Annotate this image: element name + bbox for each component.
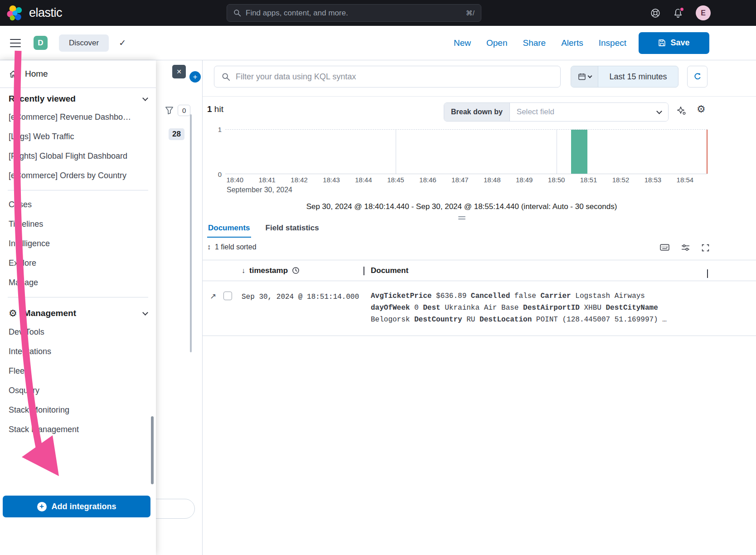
divider [8, 190, 148, 190]
nav-item[interactable]: Explore [0, 253, 156, 273]
recently-viewed-section-header[interactable]: Recently viewed [0, 88, 156, 107]
notifications-bell-icon[interactable] [673, 8, 683, 18]
grid-toolbar: ↕ 1 field sorted [207, 243, 756, 257]
tab-field-statistics[interactable]: Field statistics [265, 221, 320, 238]
tab-documents[interactable]: Documents [207, 221, 251, 238]
chart-plot-area[interactable] [225, 129, 708, 174]
row-controls: ↗ [207, 290, 242, 326]
recently-viewed-item[interactable]: [Logs] Web Traffic [0, 127, 156, 146]
field-panel-scrollbar[interactable] [190, 114, 192, 352]
field-name: DestCityName [606, 304, 658, 312]
management-section-header[interactable]: ⚙ Management [0, 302, 156, 322]
x-axis-tick: 18:46 [419, 176, 436, 184]
plus-icon: + [193, 73, 198, 82]
save-button[interactable]: Save [639, 32, 709, 54]
current-time-marker [707, 130, 708, 174]
chevron-down-icon [587, 74, 592, 78]
management-nav-item[interactable]: Stack Monitoring [0, 400, 156, 420]
display-options-icon[interactable] [681, 244, 690, 252]
chart-resize-handle[interactable] [207, 216, 716, 219]
timestamp-column-header[interactable]: ↓ timestamp [242, 266, 371, 275]
management-nav-item[interactable]: Fleet [0, 361, 156, 381]
saved-query-check-icon[interactable]: ✓ [119, 38, 126, 48]
management-nav-item[interactable]: Dev Tools [0, 322, 156, 342]
chart-suggestions-icon[interactable] [677, 106, 686, 115]
toolbar-action-link[interactable]: Alerts [561, 38, 583, 48]
management-nav-item[interactable]: Osquery [0, 381, 156, 400]
document-column-menu-icon[interactable] [707, 269, 708, 278]
field-name: Carrier [540, 292, 571, 300]
nav-scrollbar[interactable] [151, 416, 154, 484]
app-toolbar: D Discover ✓ NewOpenShareAlertsInspect S… [0, 26, 756, 60]
recently-viewed-item[interactable]: [eCommerce] Revenue Dashbo… [0, 107, 156, 127]
clock-icon [292, 267, 300, 274]
nav-item[interactable]: Intelligence [0, 234, 156, 253]
document-row: ↗ Sep 30, 2024 @ 18:51:14.000 AvgTicketP… [203, 281, 756, 336]
toolbar-action-link[interactable]: Inspect [599, 38, 626, 48]
x-axis-tick: 18:42 [291, 176, 308, 184]
quick-select-date-button[interactable] [571, 66, 598, 87]
breakdown-field-select[interactable]: Select field [510, 103, 668, 121]
histogram-bar[interactable] [571, 130, 587, 174]
grid-toolbar-icons [660, 244, 709, 252]
add-integrations-button[interactable]: + Add integrations [3, 496, 150, 517]
menu-hamburger-icon[interactable] [10, 39, 21, 47]
user-avatar[interactable]: E [696, 5, 711, 20]
kql-query-input[interactable]: Filter your data using KQL syntax [214, 66, 561, 88]
global-search-placeholder: Find apps, content, and more. [246, 9, 461, 18]
timestamp-column-menu-icon[interactable] [363, 267, 364, 275]
field-name: DestAirportID [523, 304, 580, 312]
toolbar-action-link[interactable]: New [454, 38, 471, 48]
management-title: Management [24, 308, 76, 318]
chart-settings-gear-icon[interactable]: ⚙ [697, 103, 706, 115]
row-document-cell[interactable]: AvgTicketPrice $636.89 Cancelled false C… [371, 290, 683, 326]
refresh-button[interactable] [687, 66, 708, 88]
row-timestamp-cell[interactable]: Sep 30, 2024 @ 18:51:14.000 [242, 290, 371, 326]
elastic-home-link[interactable]: elastic [6, 5, 62, 22]
add-integrations-label: Add integrations [52, 502, 116, 511]
time-range-value[interactable]: Last 15 minutes [598, 66, 678, 87]
global-search-input[interactable]: Find apps, content, and more. ⌘/ [227, 4, 481, 22]
toolbar-action-link[interactable]: Open [486, 38, 507, 48]
space-badge[interactable]: D [34, 36, 48, 50]
help-icon[interactable] [650, 8, 660, 18]
search-shortcut-hint: ⌘/ [466, 9, 475, 17]
recently-viewed-list: [eCommerce] Revenue Dashbo…[Logs] Web Tr… [0, 107, 156, 185]
search-icon [222, 73, 230, 81]
nav-item-home[interactable]: Home [0, 60, 156, 88]
keyboard-shortcuts-icon[interactable] [660, 244, 669, 252]
save-disk-icon [658, 39, 666, 47]
nav-item[interactable]: Manage [0, 273, 156, 292]
field-name: Cancelled [471, 292, 510, 300]
breakdown-placeholder: Select field [517, 107, 554, 117]
management-nav-item[interactable]: Stack Management [0, 420, 156, 439]
x-axis-tick: 18:48 [484, 176, 501, 184]
query-bar-divider [203, 96, 756, 97]
fullscreen-icon[interactable] [702, 244, 709, 252]
chevron-down-icon [142, 95, 148, 101]
expand-document-icon[interactable]: ↗ [210, 292, 216, 301]
add-field-button[interactable]: + [189, 71, 201, 83]
calendar-icon [578, 73, 586, 81]
breadcrumb-discover[interactable]: Discover [59, 34, 109, 52]
toolbar-action-link[interactable]: Share [523, 38, 546, 48]
row-checkbox[interactable] [223, 292, 232, 300]
nav-item[interactable]: Timelines [0, 214, 156, 234]
nav-item[interactable]: Cases [0, 195, 156, 214]
search-icon [233, 9, 241, 17]
recently-viewed-item[interactable]: [eCommerce] Orders by Country [0, 166, 156, 185]
management-nav-item[interactable]: Integrations [0, 342, 156, 361]
close-panel-button[interactable]: ✕ [172, 65, 186, 78]
x-axis-tick: 18:41 [258, 176, 276, 184]
plus-in-circle-icon: + [37, 502, 47, 511]
x-axis-tick: 18:54 [677, 176, 694, 184]
field-filters-control[interactable]: 0 [165, 105, 190, 116]
management-nav-list: Dev ToolsIntegrationsFleetOsqueryStack M… [0, 322, 156, 439]
notification-badge-dot [679, 7, 684, 12]
x-axis-tick: 18:51 [580, 176, 597, 184]
recently-viewed-item[interactable]: [Flights] Global Flight Dashboard [0, 146, 156, 166]
divider [8, 297, 148, 297]
chevron-down-icon [656, 108, 662, 114]
document-column-header[interactable]: Document [371, 266, 683, 275]
grid-header-row: ↓ timestamp Document [203, 260, 756, 281]
